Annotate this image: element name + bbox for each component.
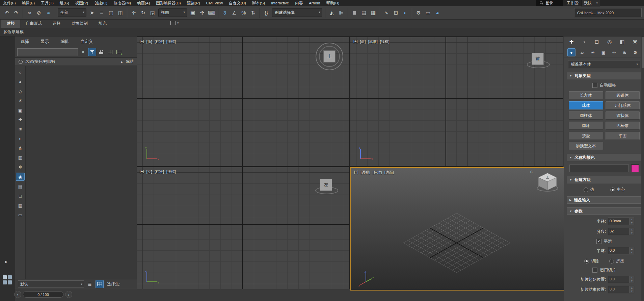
display-shapes-icon[interactable]: ◇	[16, 87, 24, 95]
cameras-category-icon[interactable]: ▣	[600, 49, 607, 56]
slice-to-spinner[interactable]: 0.0	[608, 286, 634, 293]
viewcube-left[interactable]: 左	[314, 177, 339, 199]
viewport-label[interactable]: [线框]	[166, 39, 176, 44]
display-space-warps-icon[interactable]: ≋	[16, 125, 24, 133]
menu-item[interactable]: 脚本(S)	[249, 0, 268, 6]
shapes-category-icon[interactable]: ▱	[579, 49, 586, 56]
object-type-button[interactable]: 四棱锥	[606, 122, 640, 130]
menu-item[interactable]: 文件(F)	[0, 0, 19, 6]
explorer-menu-item[interactable]: 编辑	[60, 39, 69, 45]
window-crossing-button[interactable]: ◫	[116, 8, 125, 17]
menu-item[interactable]: Civil View	[203, 0, 226, 6]
viewport-label[interactable]: [线框]	[166, 169, 176, 174]
selection-filter-dropdown[interactable]: 全部	[58, 8, 86, 17]
named-selection-dropdown[interactable]: 创建选择集	[272, 8, 322, 17]
explorer-menu-item[interactable]: 显示	[41, 39, 49, 45]
squash-radio[interactable]	[609, 259, 614, 264]
explorer-menu-item[interactable]: 选择	[21, 39, 29, 45]
object-name-input[interactable]	[569, 165, 629, 172]
ribbon-tab[interactable]: 填充	[93, 19, 112, 28]
spinner-arrows-icon[interactable]	[629, 286, 634, 293]
ribbon-tab[interactable]: 建模	[1, 19, 20, 28]
keyboard-override-button[interactable]: ⌨	[207, 8, 216, 17]
scrollbar-thumb[interactable]	[642, 37, 644, 68]
rectangular-selection-button[interactable]: ▢	[107, 8, 115, 17]
object-color-swatch[interactable]	[631, 165, 639, 172]
menu-item[interactable]: 渲染(R)	[184, 0, 203, 6]
display-xrefs-icon[interactable]: ▧	[16, 202, 24, 209]
explorer-menu-item[interactable]: 自定义	[80, 39, 93, 45]
object-type-button[interactable]: 圆柱体	[569, 111, 603, 120]
ribbon-tab[interactable]: 选择	[47, 19, 66, 28]
display-groups-icon[interactable]: □	[16, 192, 24, 200]
viewport-label[interactable]: [透视]	[361, 170, 370, 175]
menu-item[interactable]: 图形编辑器(D)	[153, 0, 184, 6]
hemisphere-spinner[interactable]: 0.0	[608, 247, 634, 254]
object-type-button[interactable]: 圆锥体	[606, 91, 640, 99]
clear-search-icon[interactable]	[79, 48, 87, 56]
space-warps-category-icon[interactable]: ≋	[621, 49, 628, 56]
command-panel-scrollbar[interactable]	[641, 36, 644, 301]
lights-category-icon[interactable]: ☀	[589, 49, 597, 56]
select-by-name-button[interactable]: ≡	[97, 8, 106, 17]
hierarchy-tab[interactable]: ⊟	[593, 38, 601, 46]
frozen-column-header[interactable]: 冻结	[126, 59, 134, 64]
viewport-label[interactable]: [+]	[354, 170, 358, 175]
select-object-button[interactable]: ➤	[88, 8, 97, 17]
menu-item[interactable]: 动画(A)	[134, 0, 153, 6]
smooth-checkbox[interactable]	[596, 239, 601, 244]
object-type-button[interactable]: 长方体	[569, 91, 603, 99]
scene-explorer-toggle-button[interactable]: ▤	[359, 8, 368, 17]
workspace-dropdown[interactable]: 默认	[581, 0, 600, 6]
viewcube-perspective[interactable]: 上	[536, 171, 559, 194]
utilities-tab[interactable]: ⚒	[631, 38, 639, 46]
menu-item[interactable]: 帮助(H)	[323, 0, 342, 6]
select-and-link-button[interactable]: ∞	[25, 8, 34, 17]
viewport-top[interactable]: [+][顶][标准][线框] 上 y x	[137, 37, 349, 166]
viewport-label[interactable]: [标准]	[155, 39, 164, 44]
display-notes-icon[interactable]: ▤	[16, 183, 24, 190]
center-radio[interactable]	[610, 187, 615, 192]
slice-from-spinner[interactable]: 0.0	[608, 276, 634, 283]
object-type-button[interactable]: 管状体	[606, 111, 640, 120]
viewport-label[interactable]: [前]	[360, 39, 366, 44]
display-containers-icon[interactable]: ▥	[16, 154, 24, 161]
ribbon-toggle-button[interactable]: ▦	[369, 8, 378, 17]
render-setup-button[interactable]: ⚙	[414, 8, 423, 17]
selection-set-grid-icon[interactable]	[96, 280, 104, 288]
viewport-label[interactable]: [标准]	[368, 39, 378, 44]
rollout-creation-method-header[interactable]: ▼ 创建方法	[567, 176, 642, 183]
object-type-button[interactable]: 平面	[606, 132, 640, 140]
edge-radio[interactable]	[584, 187, 588, 192]
viewport-label[interactable]: [+]	[140, 169, 144, 174]
scene-objects-list[interactable]	[26, 66, 137, 279]
spinner-arrows-icon[interactable]	[629, 228, 634, 235]
edge-option[interactable]: 边	[584, 187, 594, 193]
viewcube-front[interactable]: 前	[526, 51, 550, 73]
ribbon-panel-label[interactable]: 多边形建模	[3, 29, 24, 35]
select-and-move-button[interactable]: ✛	[129, 8, 138, 17]
squash-option[interactable]: 挤压	[609, 258, 624, 264]
viewport-label[interactable]: [线框]	[380, 39, 390, 44]
slice-on-checkbox[interactable]	[592, 268, 597, 273]
workspace-selector[interactable]: 工作区: 默认	[567, 0, 600, 6]
display-materials-icon[interactable]: ◐	[16, 135, 24, 142]
mirror-button[interactable]: ◭	[327, 8, 336, 17]
rollout-parameters-header[interactable]: ▼ 参数	[567, 207, 642, 215]
render-button[interactable]: ◕	[433, 8, 442, 17]
helpers-category-icon[interactable]: ⊹	[610, 49, 618, 56]
display-none-icon[interactable]: ○	[16, 69, 24, 76]
ribbon-display-toggle[interactable]	[170, 21, 179, 25]
viewport-left[interactable]: [+][左][标准][线框] 左 z y	[137, 167, 349, 289]
spinner-arrows-icon[interactable]	[629, 247, 634, 254]
viewport-label[interactable]: [左]	[146, 169, 152, 174]
create-tab[interactable]: ✚	[567, 38, 575, 46]
subcategory-dropdown[interactable]: 标准基本体	[568, 60, 640, 68]
select-and-scale-button[interactable]: ◲	[148, 8, 157, 17]
spinner-snap-button[interactable]: ⇅	[249, 8, 258, 17]
object-type-button[interactable]: 加强型文本	[569, 142, 603, 150]
reference-coordinate-dropdown[interactable]: 视图	[158, 8, 187, 17]
object-type-button[interactable]: 圆环	[569, 122, 603, 130]
geometry-category-icon[interactable]: ●	[567, 48, 575, 56]
viewport-label[interactable]: [标准]	[155, 169, 164, 174]
